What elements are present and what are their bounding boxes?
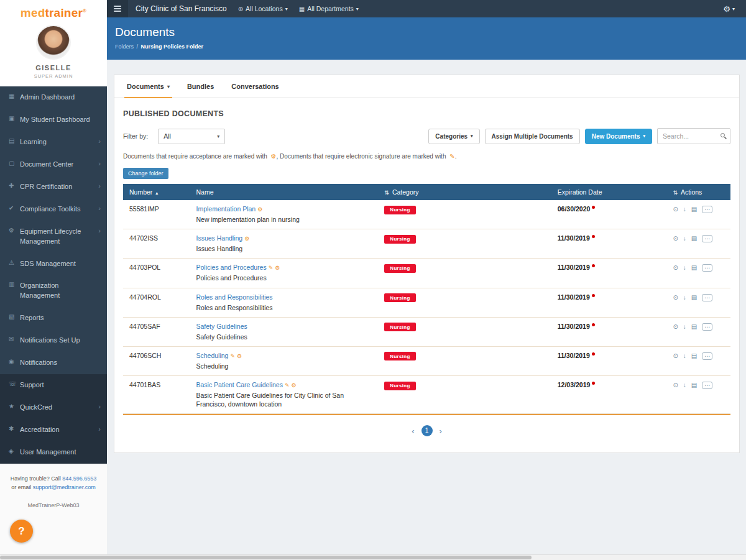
hamburger-menu-icon[interactable] xyxy=(107,0,128,17)
versions-icon[interactable]: ▤ xyxy=(691,323,697,330)
document-number: 55581IMP xyxy=(123,200,190,229)
sidebar-item-notifications[interactable]: ◉ Notifications › xyxy=(0,352,107,374)
more-actions-icon[interactable]: ⋯ xyxy=(702,235,712,242)
sidebar-item-notifications-set-up[interactable]: ✉ Notifications Set Up › xyxy=(0,329,107,352)
document-name-link[interactable]: Issues Handling xyxy=(196,234,242,242)
search-input[interactable] xyxy=(657,128,730,144)
sidebar-item-sds-management[interactable]: ⚠ SDS Management › xyxy=(0,253,107,275)
sidebar-item-admin-dashboard[interactable]: ▦ Admin Dashboard › xyxy=(0,86,107,109)
quickcred-icon: ★ xyxy=(9,403,20,410)
download-icon[interactable]: ↓ xyxy=(683,352,686,359)
chevron-right-icon: › xyxy=(98,182,102,190)
dashboard-icon: ▦ xyxy=(9,93,20,99)
departments-dropdown[interactable]: ▦ All Departments ▾ xyxy=(299,5,359,12)
settings-menu[interactable]: ⚙ ▾ xyxy=(723,4,735,14)
category-badge: Nursing xyxy=(384,235,415,244)
document-name-link[interactable]: Roles and Responsibilities xyxy=(196,293,272,301)
pagination-prev[interactable]: ‹ xyxy=(412,426,414,436)
category-badge: Nursing xyxy=(384,352,415,360)
scrollbar-thumb[interactable] xyxy=(0,556,532,559)
column-header-actions[interactable]: ⇅Actions xyxy=(666,184,730,200)
tab-bundles[interactable]: Bundles xyxy=(178,75,223,98)
sidebar-item-reports[interactable]: ▧ Reports › xyxy=(0,307,107,329)
filter-select[interactable]: All ▾ xyxy=(158,129,225,144)
pagination-current-page[interactable]: 1 xyxy=(421,425,433,436)
document-description: Basic Patient Care Guidelines for City C… xyxy=(196,391,372,408)
caret-down-icon: ▾ xyxy=(643,134,645,139)
preview-icon[interactable]: ⊙ xyxy=(673,206,678,213)
new-documents-button[interactable]: New Documents ▾ xyxy=(585,129,652,144)
download-icon[interactable]: ↓ xyxy=(683,323,686,330)
document-number: 44704ROL xyxy=(123,288,190,317)
sidebar-item-cpr-certification[interactable]: ✚ CPR Certification › xyxy=(0,176,107,198)
preview-icon[interactable]: ⊙ xyxy=(673,235,678,242)
sidebar-item-my-student-dashboard[interactable]: ▣ My Student Dashboard › xyxy=(0,109,107,131)
more-actions-icon[interactable]: ⋯ xyxy=(702,352,712,360)
document-description: Policies and Procedures xyxy=(196,273,372,282)
versions-icon[interactable]: ▤ xyxy=(691,382,697,388)
avatar[interactable] xyxy=(36,25,71,60)
preview-icon[interactable]: ⊙ xyxy=(673,264,678,271)
support-phone-link[interactable]: 844.596.6553 xyxy=(62,475,96,482)
pagination-next[interactable]: › xyxy=(440,426,442,436)
sidebar-item-learning[interactable]: ▤ Learning › xyxy=(0,131,107,154)
sidebar-nav: ▦ Admin Dashboard › ▣ My Student Dashboa… xyxy=(0,86,107,464)
download-icon[interactable]: ↓ xyxy=(683,382,686,388)
document-name-link[interactable]: Basic Patient Care Guidelines xyxy=(196,381,283,388)
download-icon[interactable]: ↓ xyxy=(683,235,686,242)
versions-icon[interactable]: ▤ xyxy=(691,264,697,271)
document-description: Issues Handling xyxy=(196,244,372,253)
help-button[interactable]: ? xyxy=(10,520,33,543)
more-actions-icon[interactable]: ⋯ xyxy=(702,382,712,389)
tab-conversations[interactable]: Conversations xyxy=(223,75,287,98)
locations-dropdown[interactable]: ⊕ All Locations ▾ xyxy=(238,5,288,12)
sidebar-item-quickcred[interactable]: ★ QuickCred › xyxy=(0,397,107,419)
sidebar-item-equipment-lifecycle-management[interactable]: ⚙ Equipment Lifecycle Management › xyxy=(0,221,107,253)
breadcrumb-folders-link[interactable]: Folders xyxy=(115,44,134,50)
tab-documents[interactable]: Documents ▾ xyxy=(118,75,178,98)
horizontal-scrollbar[interactable] xyxy=(0,554,746,560)
change-folder-button[interactable]: Change folder xyxy=(123,168,168,179)
acceptance-icon: ⚙ xyxy=(275,265,280,271)
support-email-link[interactable]: support@medtrainer.com xyxy=(33,484,96,490)
more-actions-icon[interactable]: ⋯ xyxy=(702,323,712,331)
notifications-icon: ◉ xyxy=(9,358,20,365)
sds-management-icon: ⚠ xyxy=(9,259,20,266)
column-header-category[interactable]: ⇅Category xyxy=(378,184,551,200)
more-actions-icon[interactable]: ⋯ xyxy=(702,264,712,272)
sidebar-item-organization-management[interactable]: ▥ Organization Management › xyxy=(0,275,107,307)
document-name-link[interactable]: Policies and Procedures xyxy=(196,264,266,271)
download-icon[interactable]: ↓ xyxy=(683,264,686,271)
versions-icon[interactable]: ▤ xyxy=(691,352,697,359)
column-header-name[interactable]: Name xyxy=(190,184,378,200)
versions-icon[interactable]: ▤ xyxy=(691,206,697,213)
controls-right: Categories ▾ Assign Multiple Documents N… xyxy=(428,128,730,144)
document-name-link[interactable]: Safety Guidelines xyxy=(196,323,247,330)
table-underline xyxy=(123,414,730,415)
expiration-alert-dot xyxy=(592,382,595,385)
preview-icon[interactable]: ⊙ xyxy=(673,323,678,330)
sidebar-item-accreditation[interactable]: ✱ Accreditation › xyxy=(0,419,107,441)
breadcrumb-current-folder: Nursing Policies Folder xyxy=(141,44,204,50)
sidebar-item-compliance-toolkits[interactable]: ✔ Compliance Toolkits › xyxy=(0,198,107,221)
sidebar-item-support[interactable]: ☏ Support › xyxy=(0,374,107,397)
preview-icon[interactable]: ⊙ xyxy=(673,352,678,359)
preview-icon[interactable]: ⊙ xyxy=(673,382,678,388)
more-actions-icon[interactable]: ⋯ xyxy=(702,294,712,301)
versions-icon[interactable]: ▤ xyxy=(691,294,697,301)
document-name-link[interactable]: Scheduling xyxy=(196,352,228,359)
preview-icon[interactable]: ⊙ xyxy=(673,294,678,301)
assign-multiple-documents-button[interactable]: Assign Multiple Documents xyxy=(485,129,580,144)
chevron-right-icon: › xyxy=(98,204,102,212)
document-name-link[interactable]: Implementation Plan xyxy=(196,205,256,213)
column-header-number[interactable]: Number▴ xyxy=(123,184,190,200)
download-icon[interactable]: ↓ xyxy=(683,206,686,213)
categories-button[interactable]: Categories ▾ xyxy=(428,129,479,144)
more-actions-icon[interactable]: ⋯ xyxy=(702,206,712,213)
versions-icon[interactable]: ▤ xyxy=(691,235,697,242)
sidebar-item-document-center[interactable]: ▢ Document Center › xyxy=(0,154,107,176)
column-header-expiration-date[interactable]: Expiration Date xyxy=(551,184,667,200)
sidebar-item-user-management[interactable]: ◈ User Management › xyxy=(0,441,107,464)
download-icon[interactable]: ↓ xyxy=(683,294,686,301)
signature-icon: ✎ xyxy=(449,153,454,160)
